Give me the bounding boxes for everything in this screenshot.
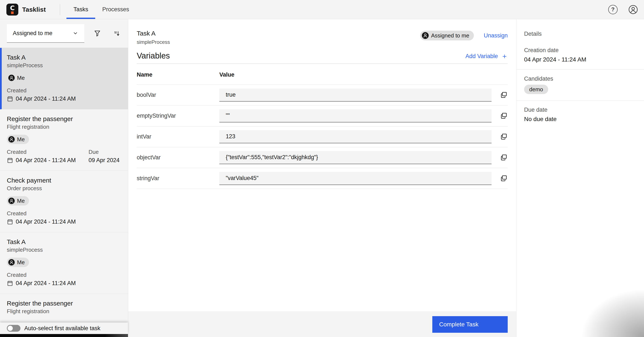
calendar-icon — [7, 96, 13, 102]
details-divider — [516, 100, 644, 101]
corner-shade — [516, 248, 644, 337]
task-process: Order process — [7, 185, 121, 192]
assignee-badge: Me — [7, 135, 29, 144]
task-list-item[interactable]: Register the passenger Flight registrati… — [0, 294, 128, 323]
variable-row: emptyStringVar — [137, 105, 508, 126]
created-block: Created 04 Apr 2024 - 11:24 AM — [7, 272, 76, 287]
assigned-to-me-badge: Assigned to me — [420, 31, 474, 40]
assignee-badge: Me — [7, 73, 29, 82]
created-block: Created 04 Apr 2024 - 11:24 AM — [7, 87, 76, 102]
tab-tasks[interactable]: Tasks — [66, 0, 95, 19]
filter-funnel-icon — [94, 30, 101, 37]
created-date: 04 Apr 2024 - 11:24 AM — [16, 219, 76, 225]
variable-name: boolVar — [137, 85, 219, 105]
variable-value-input[interactable] — [219, 130, 492, 143]
unassign-button[interactable]: Unassign — [484, 32, 508, 39]
tasklist-app: C Tasklist Tasks Processes ? Ass — [0, 0, 644, 337]
user-avatar-icon — [8, 74, 15, 81]
variable-name: objectVar — [137, 147, 219, 168]
details-heading: Details — [524, 31, 636, 37]
candidates-label: Candidates — [524, 75, 636, 82]
created-date: 04 Apr 2024 - 11:24 AM — [16, 157, 76, 164]
task-list-item[interactable]: Check payment Order process Me Created — [0, 171, 128, 232]
variable-name: stringVar — [137, 168, 219, 189]
logo-orange-square — [11, 11, 14, 14]
task-title: Register the passenger — [7, 300, 121, 307]
copy-icon — [499, 112, 508, 120]
variable-row: intVar — [137, 126, 508, 147]
header-divider — [60, 4, 60, 15]
copy-icon — [499, 91, 508, 99]
column-header-name: Name — [137, 64, 219, 85]
calendar-icon — [7, 219, 13, 225]
copy-variable-button[interactable] — [499, 112, 508, 120]
copy-icon — [499, 153, 508, 162]
variable-name: intVar — [137, 126, 219, 147]
variable-value-input[interactable] — [219, 109, 492, 123]
variable-value-input[interactable] — [219, 172, 492, 185]
user-profile-icon[interactable] — [628, 5, 638, 14]
app-header: C Tasklist Tasks Processes ? — [0, 0, 644, 19]
assignee-badge: Me — [7, 258, 29, 267]
variable-row: boolVar — [137, 85, 508, 105]
sort-descending-icon — [113, 30, 120, 37]
autoselect-bar: Auto-select first available task — [0, 323, 128, 334]
filter-button[interactable] — [94, 30, 101, 37]
task-detail-title: Task A — [137, 29, 170, 37]
task-list-item[interactable]: Task A simpleProcess Me Created — [0, 232, 128, 294]
task-filter-dropdown[interactable]: Assigned to me — [7, 24, 84, 43]
due-date-label: Due date — [524, 107, 636, 113]
task-filter-value: Assigned to me — [13, 30, 52, 36]
variable-value-input[interactable] — [219, 151, 492, 164]
app-title: Tasklist — [22, 6, 46, 13]
details-panel: Details Creation date 04 Apr 2024 - 11:2… — [516, 19, 644, 337]
due-date: 09 Apr 2024 — [88, 157, 120, 164]
help-icon[interactable]: ? — [608, 5, 618, 14]
copy-icon — [499, 133, 508, 141]
sort-button[interactable] — [113, 30, 120, 37]
variables-table: Name Value boolVar — [137, 64, 508, 189]
task-list: Task A simpleProcess Me Created — [0, 48, 128, 323]
task-detail-panel: Task A simpleProcess Assigned to me — [128, 19, 516, 337]
autoselect-toggle[interactable] — [7, 325, 20, 332]
copy-variable-button[interactable] — [499, 153, 508, 162]
user-avatar-icon — [422, 32, 429, 39]
task-list-item[interactable]: Task A simpleProcess Me Created — [0, 48, 128, 109]
copy-icon — [499, 174, 508, 183]
task-process: Flight registration — [7, 308, 121, 315]
created-block: Created 04 Apr 2024 - 11:24 AM — [7, 210, 76, 225]
add-variable-button[interactable]: Add Variable — [465, 53, 508, 59]
task-title: Register the passenger — [7, 115, 121, 123]
copy-variable-button[interactable] — [499, 133, 508, 141]
calendar-icon — [7, 157, 13, 164]
created-date: 04 Apr 2024 - 11:24 AM — [16, 95, 76, 102]
creation-date-value: 04 Apr 2024 - 11:24 AM — [524, 56, 636, 63]
variable-row: stringVar — [137, 168, 508, 189]
task-title: Task A — [7, 238, 121, 246]
task-footer: Complete Task — [128, 312, 516, 337]
created-date: 04 Apr 2024 - 11:24 AM — [16, 280, 76, 287]
task-title: Check payment — [7, 177, 121, 184]
calendar-icon — [7, 280, 13, 287]
bottom-edge-strip — [0, 334, 128, 337]
copy-variable-button[interactable] — [499, 91, 508, 99]
task-title: Task A — [7, 54, 121, 61]
autoselect-label: Auto-select first available task — [24, 325, 100, 332]
tab-processes[interactable]: Processes — [95, 0, 136, 19]
column-header-value: Value — [219, 64, 508, 85]
variable-row: objectVar — [137, 147, 508, 168]
task-detail-header: Task A simpleProcess Assigned to me — [137, 29, 508, 45]
copy-variable-button[interactable] — [499, 174, 508, 183]
creation-date-label: Creation date — [524, 47, 636, 54]
task-process: Flight registration — [7, 124, 121, 130]
variable-name: emptyStringVar — [137, 105, 219, 126]
task-list-sidebar: Assigned to me — [0, 19, 128, 337]
task-list-item[interactable]: Register the passenger Flight registrati… — [0, 109, 128, 171]
complete-task-button[interactable]: Complete Task — [432, 316, 508, 333]
task-process: simpleProcess — [7, 247, 121, 253]
variable-value-input[interactable] — [219, 88, 492, 102]
filter-bar: Assigned to me — [0, 19, 128, 48]
due-date-value: No due date — [524, 116, 636, 123]
chevron-down-icon — [72, 30, 78, 36]
main-nav-tabs: Tasks Processes — [66, 0, 136, 19]
